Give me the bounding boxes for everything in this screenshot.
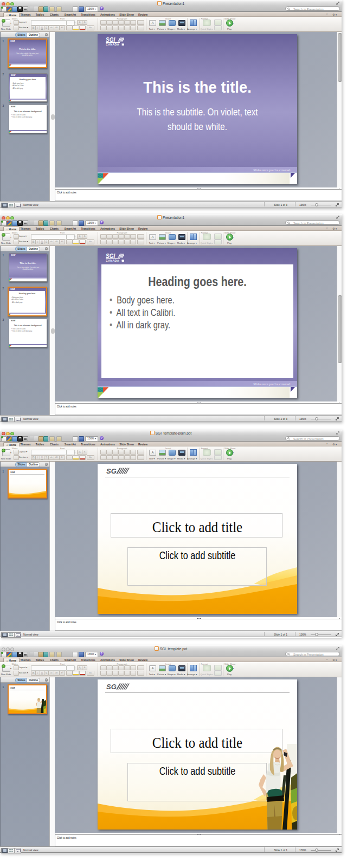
svg-text:SGI: SGI (106, 37, 115, 43)
svg-text:SGI: SGI (106, 253, 115, 259)
svg-text:CANADA: CANADA (106, 259, 119, 262)
svg-text:CANADA: CANADA (106, 43, 119, 46)
